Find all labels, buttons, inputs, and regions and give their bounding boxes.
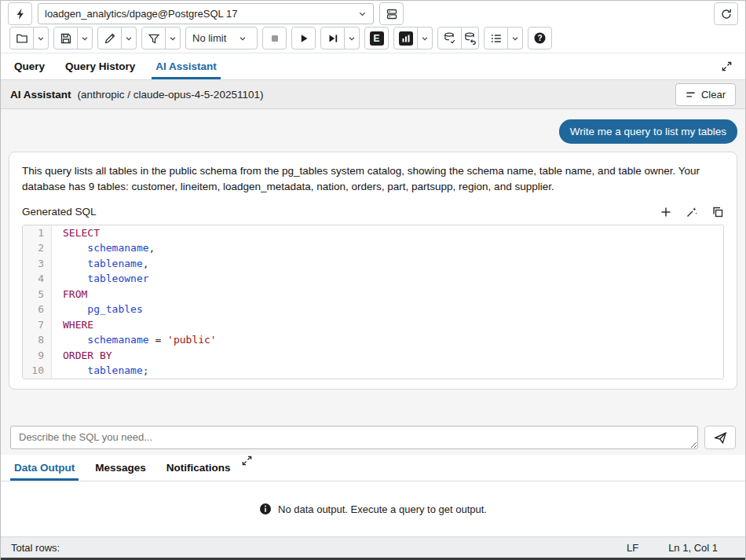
restore-layout-button[interactable] xyxy=(714,2,738,25)
macro-menu-button[interactable] xyxy=(508,27,523,49)
tab-query[interactable]: Query xyxy=(4,53,55,79)
eol-indicator: LF xyxy=(627,542,638,554)
cancel-query-button[interactable] xyxy=(262,27,287,49)
tab-data-output[interactable]: Data Output xyxy=(4,455,85,481)
plus-icon xyxy=(660,206,672,218)
line-number: 8 xyxy=(23,332,52,348)
user-message-bubble: Write me a query to list my tables xyxy=(559,119,737,144)
chevron-down-icon xyxy=(37,35,45,42)
chevron-down-icon xyxy=(421,35,429,42)
total-rows-label: Total rows: xyxy=(11,542,60,554)
new-connection-button[interactable] xyxy=(379,2,404,25)
line-number: 10 xyxy=(23,363,52,379)
expand-icon xyxy=(721,60,733,72)
open-file-menu-button[interactable] xyxy=(34,27,49,49)
rollback-button[interactable] xyxy=(462,27,479,49)
sql-line-text: WHERE xyxy=(52,317,93,333)
macro-button[interactable] xyxy=(484,27,508,49)
query-tool-icon xyxy=(14,8,27,20)
chevron-down-icon xyxy=(169,35,177,42)
save-menu-button[interactable] xyxy=(78,27,93,49)
insert-sql-button[interactable] xyxy=(660,206,672,218)
generated-sql-label: Generated SQL xyxy=(22,206,97,218)
commit-button[interactable] xyxy=(437,27,462,49)
ai-assistant-model: (anthropic / claude-opus-4-5-20251101) xyxy=(78,89,264,101)
explain-analyze-group xyxy=(393,27,433,49)
prompt-row xyxy=(1,420,745,455)
query-tool-connection-button[interactable] xyxy=(8,2,32,25)
filter-icon xyxy=(148,32,160,45)
assistant-response-text: This query lists all tables in the publi… xyxy=(22,163,724,196)
save-button[interactable] xyxy=(53,27,78,49)
transaction-group xyxy=(437,27,479,49)
sql-line-text: tableowner xyxy=(52,271,149,287)
ai-assistant-title: AI Assistant xyxy=(10,89,71,101)
tab-messages[interactable]: Messages xyxy=(85,455,156,481)
save-icon xyxy=(60,32,72,45)
line-number: 7 xyxy=(23,317,52,333)
sql-line: 7WHERE xyxy=(23,317,723,333)
explain-analyze-menu-button[interactable] xyxy=(418,27,433,49)
pencil-icon xyxy=(104,32,116,45)
edit-group xyxy=(97,27,137,49)
sql-line-text: SELECT xyxy=(52,225,100,241)
explain-button[interactable]: E xyxy=(364,27,389,49)
prompt-input[interactable] xyxy=(10,426,698,449)
sql-line: 10 tablename; xyxy=(23,363,723,379)
connection-select[interactable]: loadgen_analytics/dpage@PostgreSQL 17 xyxy=(38,3,374,24)
filter-group xyxy=(141,27,181,49)
execute-options-menu-button[interactable] xyxy=(345,27,360,49)
tab-query-history[interactable]: Query History xyxy=(55,53,145,79)
explain-analyze-button[interactable] xyxy=(393,27,418,49)
chevron-down-icon xyxy=(511,35,519,42)
help-icon: ? xyxy=(533,31,547,45)
info-icon xyxy=(259,503,272,515)
server-icon xyxy=(386,8,398,20)
apply-sql-button[interactable] xyxy=(686,206,698,218)
execute-options-group xyxy=(320,27,360,49)
list-icon xyxy=(490,32,503,45)
row-limit-value: No limit xyxy=(192,32,226,44)
play-icon xyxy=(298,32,310,45)
row-limit-select[interactable]: No limit xyxy=(185,27,258,49)
filter-menu-button[interactable] xyxy=(166,27,181,49)
sql-line: 4 tableowner xyxy=(23,271,723,287)
edit-menu-button[interactable] xyxy=(122,27,137,49)
sql-line: 1SELECT xyxy=(23,225,723,241)
sql-code[interactable]: 1SELECT2 schemaname,3 tablename,4 tableo… xyxy=(22,225,724,379)
line-number: 2 xyxy=(23,240,52,256)
sql-line-text: tablename; xyxy=(52,363,149,379)
tab-ai-assistant[interactable]: AI Assistant xyxy=(145,53,227,79)
line-number: 9 xyxy=(23,348,52,364)
send-button[interactable] xyxy=(704,426,736,449)
execute-button[interactable] xyxy=(291,27,316,49)
filter-button[interactable] xyxy=(141,27,166,49)
sql-line-text: schemaname = 'public' xyxy=(52,332,217,348)
clear-icon xyxy=(686,90,696,100)
generated-sql-row: Generated SQL xyxy=(22,206,724,218)
analyze-chart-icon xyxy=(399,31,413,46)
generated-sql-actions xyxy=(660,206,724,218)
sql-line: 9ORDER BY xyxy=(23,348,723,364)
help-button[interactable]: ? xyxy=(528,27,552,49)
line-number: 1 xyxy=(23,225,52,241)
open-file-button[interactable] xyxy=(9,27,34,49)
play-to-line-icon xyxy=(327,32,339,45)
clear-chat-button[interactable]: Clear xyxy=(675,83,736,106)
expand-output-button[interactable] xyxy=(241,455,253,481)
sql-line-text: pg_tables xyxy=(52,302,143,317)
copy-sql-button[interactable] xyxy=(711,206,724,218)
stop-icon xyxy=(269,32,281,45)
copy-icon xyxy=(711,206,724,218)
tab-notifications[interactable]: Notifications xyxy=(156,455,241,481)
output-tabs: Data Output Messages Notifications xyxy=(1,455,745,481)
sql-line: 6 pg_tables xyxy=(23,302,723,317)
save-group xyxy=(53,27,93,49)
output-empty-state: No data output. Execute a query to get o… xyxy=(1,481,745,536)
expand-editor-button[interactable] xyxy=(711,53,742,79)
edit-button[interactable] xyxy=(97,27,122,49)
send-icon xyxy=(714,431,727,445)
folder-icon xyxy=(16,32,28,45)
rollback-icon xyxy=(463,31,477,45)
execute-options-button[interactable] xyxy=(320,27,345,49)
